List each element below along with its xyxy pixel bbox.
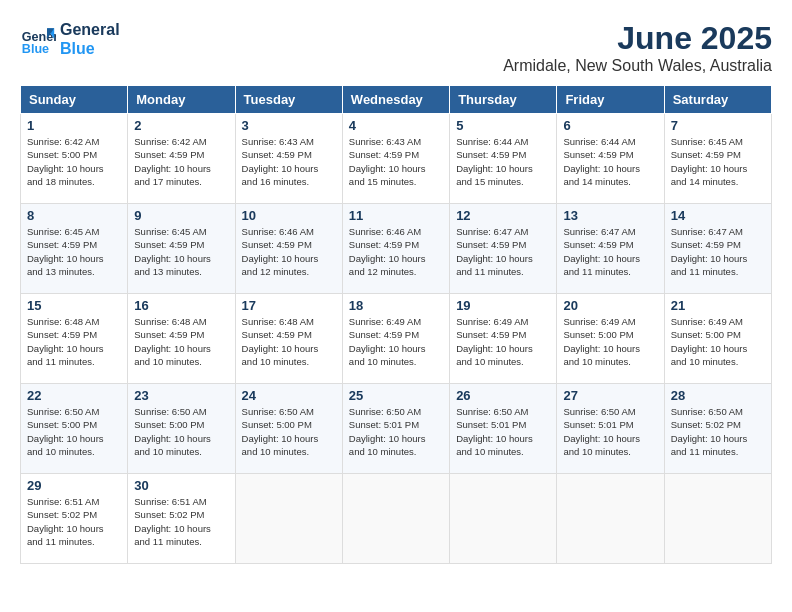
header-cell-friday: Friday — [557, 86, 664, 114]
day-info: Sunrise: 6:44 AMSunset: 4:59 PMDaylight:… — [563, 135, 657, 188]
day-cell: 12Sunrise: 6:47 AMSunset: 4:59 PMDayligh… — [450, 204, 557, 294]
day-number: 12 — [456, 208, 550, 223]
day-cell: 9Sunrise: 6:45 AMSunset: 4:59 PMDaylight… — [128, 204, 235, 294]
calendar-header-row: SundayMondayTuesdayWednesdayThursdayFrid… — [21, 86, 772, 114]
week-row-3: 15Sunrise: 6:48 AMSunset: 4:59 PMDayligh… — [21, 294, 772, 384]
day-info: Sunrise: 6:48 AMSunset: 4:59 PMDaylight:… — [27, 315, 121, 368]
day-number: 8 — [27, 208, 121, 223]
day-number: 6 — [563, 118, 657, 133]
day-number: 11 — [349, 208, 443, 223]
day-info: Sunrise: 6:47 AMSunset: 4:59 PMDaylight:… — [456, 225, 550, 278]
day-number: 22 — [27, 388, 121, 403]
header-cell-monday: Monday — [128, 86, 235, 114]
day-info: Sunrise: 6:50 AMSunset: 5:00 PMDaylight:… — [27, 405, 121, 458]
calendar-body: 1Sunrise: 6:42 AMSunset: 5:00 PMDaylight… — [21, 114, 772, 564]
day-cell — [450, 474, 557, 564]
day-info: Sunrise: 6:46 AMSunset: 4:59 PMDaylight:… — [242, 225, 336, 278]
day-info: Sunrise: 6:49 AMSunset: 4:59 PMDaylight:… — [456, 315, 550, 368]
day-info: Sunrise: 6:50 AMSunset: 5:01 PMDaylight:… — [456, 405, 550, 458]
day-info: Sunrise: 6:48 AMSunset: 4:59 PMDaylight:… — [134, 315, 228, 368]
day-number: 15 — [27, 298, 121, 313]
day-cell: 8Sunrise: 6:45 AMSunset: 4:59 PMDaylight… — [21, 204, 128, 294]
day-number: 20 — [563, 298, 657, 313]
day-number: 27 — [563, 388, 657, 403]
day-cell: 30Sunrise: 6:51 AMSunset: 5:02 PMDayligh… — [128, 474, 235, 564]
day-info: Sunrise: 6:42 AMSunset: 4:59 PMDaylight:… — [134, 135, 228, 188]
day-number: 30 — [134, 478, 228, 493]
day-cell: 17Sunrise: 6:48 AMSunset: 4:59 PMDayligh… — [235, 294, 342, 384]
day-cell: 28Sunrise: 6:50 AMSunset: 5:02 PMDayligh… — [664, 384, 771, 474]
day-cell: 14Sunrise: 6:47 AMSunset: 4:59 PMDayligh… — [664, 204, 771, 294]
day-info: Sunrise: 6:51 AMSunset: 5:02 PMDaylight:… — [134, 495, 228, 548]
day-cell: 16Sunrise: 6:48 AMSunset: 4:59 PMDayligh… — [128, 294, 235, 384]
day-number: 9 — [134, 208, 228, 223]
day-number: 24 — [242, 388, 336, 403]
logo-line2: Blue — [60, 39, 120, 58]
day-number: 10 — [242, 208, 336, 223]
day-number: 19 — [456, 298, 550, 313]
day-cell: 20Sunrise: 6:49 AMSunset: 5:00 PMDayligh… — [557, 294, 664, 384]
day-info: Sunrise: 6:49 AMSunset: 5:00 PMDaylight:… — [563, 315, 657, 368]
day-info: Sunrise: 6:47 AMSunset: 4:59 PMDaylight:… — [563, 225, 657, 278]
day-cell — [342, 474, 449, 564]
day-info: Sunrise: 6:48 AMSunset: 4:59 PMDaylight:… — [242, 315, 336, 368]
day-info: Sunrise: 6:43 AMSunset: 4:59 PMDaylight:… — [242, 135, 336, 188]
day-number: 1 — [27, 118, 121, 133]
week-row-1: 1Sunrise: 6:42 AMSunset: 5:00 PMDaylight… — [21, 114, 772, 204]
day-cell: 21Sunrise: 6:49 AMSunset: 5:00 PMDayligh… — [664, 294, 771, 384]
day-number: 14 — [671, 208, 765, 223]
week-row-5: 29Sunrise: 6:51 AMSunset: 5:02 PMDayligh… — [21, 474, 772, 564]
day-info: Sunrise: 6:45 AMSunset: 4:59 PMDaylight:… — [134, 225, 228, 278]
day-info: Sunrise: 6:50 AMSunset: 5:01 PMDaylight:… — [563, 405, 657, 458]
day-info: Sunrise: 6:43 AMSunset: 4:59 PMDaylight:… — [349, 135, 443, 188]
day-number: 25 — [349, 388, 443, 403]
day-cell: 26Sunrise: 6:50 AMSunset: 5:01 PMDayligh… — [450, 384, 557, 474]
day-info: Sunrise: 6:46 AMSunset: 4:59 PMDaylight:… — [349, 225, 443, 278]
day-info: Sunrise: 6:50 AMSunset: 5:00 PMDaylight:… — [242, 405, 336, 458]
day-number: 23 — [134, 388, 228, 403]
day-cell: 10Sunrise: 6:46 AMSunset: 4:59 PMDayligh… — [235, 204, 342, 294]
day-info: Sunrise: 6:42 AMSunset: 5:00 PMDaylight:… — [27, 135, 121, 188]
day-cell: 24Sunrise: 6:50 AMSunset: 5:00 PMDayligh… — [235, 384, 342, 474]
day-cell: 6Sunrise: 6:44 AMSunset: 4:59 PMDaylight… — [557, 114, 664, 204]
day-info: Sunrise: 6:45 AMSunset: 4:59 PMDaylight:… — [671, 135, 765, 188]
day-cell: 5Sunrise: 6:44 AMSunset: 4:59 PMDaylight… — [450, 114, 557, 204]
day-info: Sunrise: 6:51 AMSunset: 5:02 PMDaylight:… — [27, 495, 121, 548]
day-number: 21 — [671, 298, 765, 313]
svg-text:Blue: Blue — [22, 43, 49, 57]
header-cell-saturday: Saturday — [664, 86, 771, 114]
day-number: 3 — [242, 118, 336, 133]
day-number: 13 — [563, 208, 657, 223]
logo: General Blue General Blue — [20, 20, 120, 58]
day-info: Sunrise: 6:50 AMSunset: 5:02 PMDaylight:… — [671, 405, 765, 458]
day-number: 18 — [349, 298, 443, 313]
day-info: Sunrise: 6:50 AMSunset: 5:01 PMDaylight:… — [349, 405, 443, 458]
header-cell-thursday: Thursday — [450, 86, 557, 114]
day-cell: 19Sunrise: 6:49 AMSunset: 4:59 PMDayligh… — [450, 294, 557, 384]
day-info: Sunrise: 6:50 AMSunset: 5:00 PMDaylight:… — [134, 405, 228, 458]
day-cell: 11Sunrise: 6:46 AMSunset: 4:59 PMDayligh… — [342, 204, 449, 294]
day-cell: 25Sunrise: 6:50 AMSunset: 5:01 PMDayligh… — [342, 384, 449, 474]
day-cell: 7Sunrise: 6:45 AMSunset: 4:59 PMDaylight… — [664, 114, 771, 204]
logo-line1: General — [60, 20, 120, 39]
day-cell: 29Sunrise: 6:51 AMSunset: 5:02 PMDayligh… — [21, 474, 128, 564]
day-number: 5 — [456, 118, 550, 133]
day-number: 4 — [349, 118, 443, 133]
day-cell: 3Sunrise: 6:43 AMSunset: 4:59 PMDaylight… — [235, 114, 342, 204]
day-info: Sunrise: 6:49 AMSunset: 5:00 PMDaylight:… — [671, 315, 765, 368]
day-info: Sunrise: 6:44 AMSunset: 4:59 PMDaylight:… — [456, 135, 550, 188]
day-cell — [664, 474, 771, 564]
title-area: June 2025 Armidale, New South Wales, Aus… — [503, 20, 772, 75]
month-title: June 2025 — [503, 20, 772, 57]
week-row-2: 8Sunrise: 6:45 AMSunset: 4:59 PMDaylight… — [21, 204, 772, 294]
day-number: 16 — [134, 298, 228, 313]
week-row-4: 22Sunrise: 6:50 AMSunset: 5:00 PMDayligh… — [21, 384, 772, 474]
day-number: 26 — [456, 388, 550, 403]
day-number: 2 — [134, 118, 228, 133]
day-cell: 18Sunrise: 6:49 AMSunset: 4:59 PMDayligh… — [342, 294, 449, 384]
logo-icon: General Blue — [20, 21, 56, 57]
location-title: Armidale, New South Wales, Australia — [503, 57, 772, 75]
day-number: 17 — [242, 298, 336, 313]
day-cell — [235, 474, 342, 564]
day-cell: 22Sunrise: 6:50 AMSunset: 5:00 PMDayligh… — [21, 384, 128, 474]
